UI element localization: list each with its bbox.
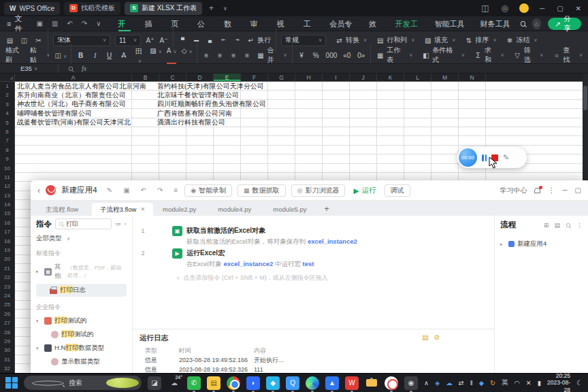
sheet-row[interactable]: 神农世纪（河北）电子商务有限公司 四川旺顺阁畅轩府鱼头泡饼有限公司 [15,100,583,109]
ribbon-icon[interactable]: A⁻ [159,37,168,44]
mountain-app-icon[interactable]: ▲ [325,376,339,390]
cell-col-b[interactable]: 首约科技(天津)有限公司天津分公司 [155,82,272,91]
ribbon-button[interactable]: ⇄转换 [335,35,367,45]
ribbon-icon[interactable]: ¥ [297,52,306,59]
flow-tab[interactable]: module2.py [154,203,208,216]
titlebar-icon[interactable]: ◫ [478,3,491,13]
add-instruction-hint[interactable]: +点击添加指令 (Ctrl + Shift + M)，或从左侧指令区拖入 [176,274,328,282]
cell-col-a[interactable]: 神农世纪（河北）电子商务有限公司 [15,99,155,109]
weather-icon[interactable]: ☁ 24° [167,376,181,390]
cell-col-a[interactable]: 战釜餐饮管理(河南)有限公司天津河北 [15,118,155,127]
menu-item[interactable]: 公式 [191,16,217,31]
user-avatar[interactable] [519,3,529,13]
smart-record-button[interactable]: ◉ 智能录制 [184,184,232,197]
instruction-item[interactable]: 显示数据类型 [36,357,127,366]
start-button[interactable] [5,377,18,389]
scrollbar-thumb[interactable] [583,86,587,110]
cell-col-b[interactable]: 滴滴出行科技有限公司 [155,118,272,127]
ribbon-icon[interactable]: B [76,52,85,59]
ribbon-icon[interactable]: A [119,52,128,59]
wechat-icon[interactable]: ✆ [187,376,201,390]
flow-tree-item[interactable]: ▸ 新建应用4 [500,240,583,248]
merge-button[interactable]: ▦合并 [257,46,287,65]
column-header[interactable]: L [404,74,431,81]
column-header[interactable]: K [377,74,404,81]
fx-icon[interactable]: fx [82,65,86,72]
column-header[interactable]: J [350,74,377,81]
ribbon-icon[interactable]: ⇤ [219,37,228,43]
tray-switch-icon[interactable]: ⇄ [459,379,464,387]
ribbon-icon[interactable]: ◫ [20,37,29,44]
ribbon-icon[interactable]: ▤ [5,37,14,44]
night-light-icon[interactable]: ☾ [576,379,583,387]
ribbon-button[interactable]: ▽筛选 [513,46,544,65]
instruction-group-other[interactable]: ▸ ▦ 其他 （数据库、PDF、邮箱处理…） [36,263,127,280]
collapse-panel-icon[interactable]: ‹ [125,220,127,227]
row-header[interactable]: 32 [0,364,14,373]
search-icon[interactable] [566,223,570,227]
ribbon-icon[interactable]: ▬ [192,37,201,43]
quick-access-icon[interactable]: ▣ [35,20,45,27]
row-header[interactable]: 27 [0,318,14,327]
variable-link[interactable]: excel_instance2 [308,238,357,245]
ribbon-icon[interactable]: «0 [342,52,351,59]
run-button[interactable]: ▶ 运行 [353,186,376,195]
row-header[interactable]: 29 [0,337,14,346]
rpa-toolbar-icon[interactable]: ↶ [140,186,148,194]
row-header[interactable]: 1 [0,82,14,91]
robot-icon[interactable]: ◉ [404,376,418,390]
mute-icon[interactable]: ✕ [526,379,532,387]
ribbon-icon[interactable]: 000 [326,52,338,59]
filter-icon[interactable]: ≔ [115,220,121,227]
menu-item[interactable]: 财务工具箱 [474,16,519,31]
instruction-group[interactable]: ▾ 打印测试的 [36,316,127,325]
ribbon-button[interactable]: ❄冻结 [506,35,538,45]
ribbon-icon[interactable]: ≡ [229,52,238,59]
name-box[interactable]: E35 [0,64,59,73]
rpa-window-control[interactable]: ─ [562,186,567,194]
menu-item[interactable]: 会员专享 [323,16,362,31]
row-header[interactable]: 9 [0,154,14,163]
explorer-icon[interactable] [365,376,378,390]
cell-col-a[interactable]: 北京人麦当劳食品北京人有限公司北京河南 [15,82,155,91]
sheet-row[interactable]: 北京人麦当劳食品北京人有限公司北京河南 首约科技(天津)有限公司天津分公司 [15,82,583,91]
meeting-icon[interactable]: ◗ [246,376,260,390]
flow-tab[interactable]: 主流程.flow [37,203,91,216]
type-filter-select[interactable]: 全部类型 [36,234,127,243]
variable-link[interactable]: excel_instance2 [223,260,273,267]
tray-stats-icon[interactable]: ‖ [470,379,473,387]
sheet-row[interactable]: 东升向南商业（北京）有限责任公司 北京味千餐饮管理有限公司 [15,91,583,99]
menu-item[interactable]: 插入 [137,16,164,31]
yingdao-browser-button[interactable]: ◎ 影刀浏览器 [291,184,346,197]
ribbon-icon[interactable]: ≡ [243,52,252,59]
font-size-select[interactable]: 11 [115,35,141,46]
log-action-icon[interactable]: ▤ [422,333,428,341]
docs-icon[interactable]: ◆ [266,376,280,390]
column-header[interactable]: H [295,74,323,81]
data-scrape-button[interactable]: ▦ 数据抓取 [238,184,286,197]
twisty-icon[interactable]: ▸ [500,242,506,247]
column-header[interactable]: D [186,74,214,81]
number-format-select[interactable]: 常规 [281,35,326,46]
sheet-row[interactable]: 战釜餐饮管理(河南)有限公司天津河北 滴滴出行科技有限公司 [15,118,583,127]
column-header[interactable]: B [132,74,159,81]
more-icon[interactable]: ⋮ [576,222,583,229]
cell-col-b[interactable]: 广西肯德基有限公司河南 [155,109,272,118]
rpa-toolbar-icon[interactable]: ↷ [156,186,164,194]
rpa-toolbar-icon[interactable]: ≡ [172,186,179,194]
ribbon-icon[interactable]: ✂ [34,37,43,44]
row-header[interactable]: 28 [0,328,14,337]
debug-button[interactable]: 调试 [385,184,410,197]
cell-col-a[interactable]: 哺呷哺餐饮管理有限公司 [15,109,155,118]
row-header[interactable]: 16 [0,218,14,227]
cell-col-a[interactable]: 东升向南商业（北京）有限责任公司 [15,91,155,100]
quick-access-icon[interactable]: ↷ [80,20,89,27]
ribbon-button[interactable]: ◧条件格式 [421,46,465,65]
menu-item[interactable]: 审阅 [244,16,270,31]
tab-list-caret[interactable]: ∨ [220,5,230,12]
column-header[interactable]: F [241,74,268,81]
row-header[interactable]: 18 [0,237,14,246]
sticky-notes-icon[interactable]: ▤ [207,376,220,390]
ribbon-button[interactable]: ▨填充 [423,35,455,45]
row-header[interactable]: 26 [0,310,14,318]
